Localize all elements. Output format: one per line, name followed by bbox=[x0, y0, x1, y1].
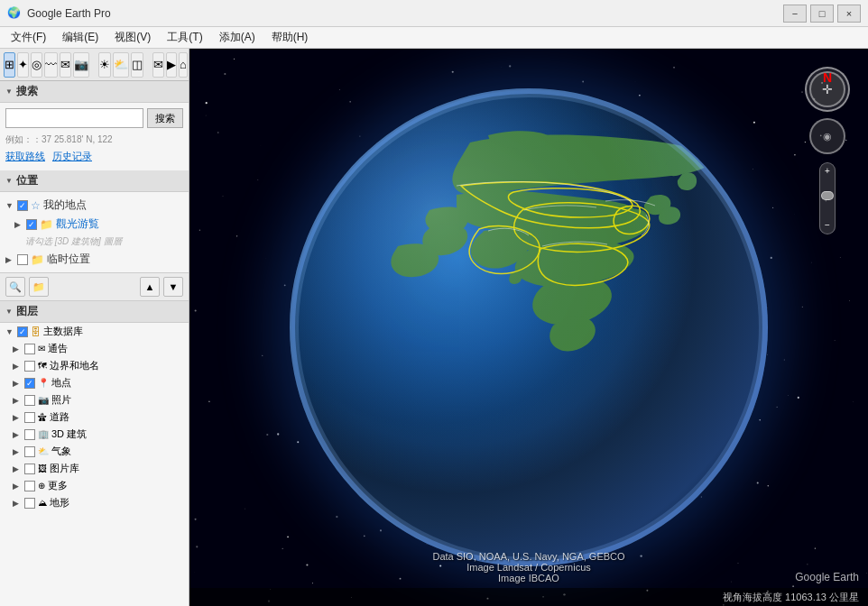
menu-bar: 文件(F) 编辑(E) 视图(V) 工具(T) 添加(A) 帮助(H) bbox=[0, 27, 868, 49]
search-header[interactable]: ▼ 搜索 bbox=[0, 81, 189, 103]
search-links: 获取路线 历史记录 bbox=[5, 148, 183, 165]
main-db-expand[interactable]: ▼ bbox=[5, 327, 14, 336]
tb-add-location[interactable]: ⊞ bbox=[4, 52, 15, 78]
right-panel: N ✛ ◉ + − Data SIO, NOAA, U.S. Navy, NGA… bbox=[189, 49, 868, 606]
temp-expand[interactable]: ▶ bbox=[5, 255, 14, 264]
tb-sun[interactable]: ☀ bbox=[98, 52, 111, 78]
menu-view[interactable]: 视图(V) bbox=[107, 28, 158, 47]
zoom-track[interactable]: + − bbox=[819, 162, 836, 234]
tb-overlay[interactable]: ✉ bbox=[60, 52, 71, 78]
tilt-ring[interactable]: ◉ bbox=[809, 118, 845, 154]
close-button[interactable]: × bbox=[837, 5, 861, 23]
my-places-item[interactable]: ▼ ✓ ☆ 我的地点 bbox=[0, 196, 189, 215]
places-item[interactable]: ▶ ✓ 📍 地点 bbox=[0, 374, 189, 391]
search-triangle: ▼ bbox=[5, 87, 13, 96]
tb-path[interactable]: 〰 bbox=[44, 52, 58, 78]
weather-checkbox[interactable] bbox=[24, 446, 35, 457]
photos-checkbox[interactable] bbox=[24, 395, 35, 406]
photos-item[interactable]: ▶ 📷 照片 bbox=[0, 391, 189, 409]
announcement-item[interactable]: ▶ ✉ 通告 bbox=[0, 340, 189, 357]
bld-expand[interactable]: ▶ bbox=[13, 430, 22, 439]
layers-header[interactable]: ▼ 图层 bbox=[0, 301, 189, 323]
tb-photo[interactable]: 📷 bbox=[73, 52, 89, 78]
borders-expand[interactable]: ▶ bbox=[13, 362, 22, 371]
tb-print[interactable]: ▶ bbox=[166, 52, 177, 78]
borders-checkbox[interactable] bbox=[24, 361, 35, 372]
tb-polygon[interactable]: ◎ bbox=[31, 52, 42, 78]
places-checkbox[interactable]: ✓ bbox=[24, 378, 35, 389]
search-input[interactable] bbox=[5, 108, 143, 128]
gallery-checkbox[interactable] bbox=[24, 464, 35, 474]
ann-checkbox[interactable] bbox=[24, 344, 35, 354]
position-section: ▼ 位置 ▼ ✓ ☆ 我的地点 ▶ ✓ 📁 觀光游覧 bbox=[0, 170, 189, 301]
terrain-item[interactable]: ▶ ⛰ 地形 bbox=[0, 494, 189, 511]
photos-expand[interactable]: ▶ bbox=[13, 396, 22, 405]
main-db-item[interactable]: ▼ ✓ 🗄 主数据库 bbox=[0, 323, 189, 340]
more-item[interactable]: ▶ ⊕ 更多 bbox=[0, 477, 189, 494]
menu-file[interactable]: 文件(F) bbox=[4, 28, 53, 47]
my-places-checkbox[interactable]: ✓ bbox=[17, 200, 28, 211]
tourism-label: 觀光游覧 bbox=[56, 216, 99, 232]
zoom-handle[interactable] bbox=[821, 191, 834, 200]
menu-tools[interactable]: 工具(T) bbox=[160, 28, 209, 47]
roads-item[interactable]: ▶ 🛣 道路 bbox=[0, 409, 189, 426]
weather-expand[interactable]: ▶ bbox=[13, 447, 22, 456]
tb-placemark[interactable]: ✦ bbox=[17, 52, 29, 78]
gallery-expand[interactable]: ▶ bbox=[13, 464, 22, 473]
tourism-expand[interactable]: ▶ bbox=[14, 220, 23, 229]
tb-history[interactable]: ◫ bbox=[131, 52, 143, 78]
main-layout: ⊞ ✦ ◎ 〰 ✉ 📷 ☀ ⛅ ◫ ✉ ▶ ⌂ 🌐 ▼ 搜索 搜索 bbox=[0, 49, 868, 606]
roads-expand[interactable]: ▶ bbox=[13, 413, 22, 422]
globe[interactable] bbox=[290, 88, 768, 566]
search-row: 搜索 bbox=[5, 108, 183, 128]
zoom-out-btn[interactable]: − bbox=[825, 221, 830, 230]
more-expand[interactable]: ▶ bbox=[13, 482, 22, 491]
menu-edit[interactable]: 编辑(E) bbox=[55, 28, 106, 47]
layers-header-label: 图层 bbox=[16, 304, 38, 319]
bld-checkbox[interactable] bbox=[24, 429, 35, 440]
pos-tb-left: 🔍 📁 bbox=[5, 277, 49, 297]
weather-item[interactable]: ▶ ⛅ 气象 bbox=[0, 443, 189, 460]
3d-buildings-item[interactable]: ▶ 🏢 3D 建筑 bbox=[0, 426, 189, 443]
tb-save[interactable]: ⌂ bbox=[179, 52, 188, 78]
ann-label: 通告 bbox=[48, 342, 68, 355]
tb-send[interactable]: ✉ bbox=[152, 52, 164, 78]
globe-viewport[interactable]: N ✛ ◉ + − Data SIO, NOAA, U.S. Navy, NGA… bbox=[189, 49, 868, 606]
more-checkbox[interactable] bbox=[24, 481, 35, 491]
window-controls[interactable]: − □ × bbox=[783, 5, 861, 23]
photos-icon: 📷 bbox=[38, 395, 49, 405]
minimize-button[interactable]: − bbox=[783, 5, 807, 23]
temp-checkbox[interactable] bbox=[17, 254, 28, 265]
navigation-controls[interactable]: N ✛ ◉ + − bbox=[805, 67, 850, 234]
my-places-expand[interactable]: ▼ bbox=[5, 201, 14, 210]
get-directions-link[interactable]: 获取路线 bbox=[5, 150, 45, 163]
menu-help[interactable]: 帮助(H) bbox=[264, 28, 316, 47]
places-expand[interactable]: ▶ bbox=[13, 379, 22, 388]
search-button[interactable]: 搜索 bbox=[147, 108, 183, 128]
history-link[interactable]: 历史记录 bbox=[52, 150, 92, 163]
pos-up-btn[interactable]: ▲ bbox=[140, 277, 160, 297]
menu-add[interactable]: 添加(A) bbox=[212, 28, 263, 47]
zoom-in-btn[interactable]: + bbox=[825, 167, 830, 176]
roads-checkbox[interactable] bbox=[24, 412, 35, 423]
pos-down-btn[interactable]: ▼ bbox=[163, 277, 183, 297]
maximize-button[interactable]: □ bbox=[810, 5, 834, 23]
gallery-item[interactable]: ▶ 🖼 图片库 bbox=[0, 460, 189, 477]
terrain-expand[interactable]: ▶ bbox=[13, 499, 22, 508]
tourism-checkbox[interactable]: ✓ bbox=[26, 219, 37, 230]
terrain-checkbox[interactable] bbox=[24, 498, 35, 509]
borders-item[interactable]: ▶ 🗺 边界和地名 bbox=[0, 357, 189, 374]
bld-label: 3D 建筑 bbox=[51, 427, 87, 441]
bld-icon: 🏢 bbox=[38, 429, 49, 439]
title-left: 🌍 Google Earth Pro bbox=[7, 6, 111, 21]
search-places-btn[interactable]: 🔍 bbox=[5, 277, 25, 297]
temp-locations-item[interactable]: ▶ 📁 临时位置 bbox=[0, 250, 189, 269]
status-bar: 视角海拔高度 11063.13 公里星 bbox=[189, 588, 868, 606]
position-header[interactable]: ▼ 位置 bbox=[0, 170, 189, 192]
ann-expand[interactable]: ▶ bbox=[13, 344, 22, 354]
compass-ring[interactable]: N ✛ bbox=[805, 67, 850, 112]
main-db-checkbox[interactable]: ✓ bbox=[17, 326, 28, 337]
tourism-item[interactable]: ▶ ✓ 📁 觀光游覧 bbox=[0, 215, 189, 234]
folder-btn[interactable]: 📁 bbox=[29, 277, 49, 297]
tb-weather[interactable]: ⛅ bbox=[113, 52, 129, 78]
